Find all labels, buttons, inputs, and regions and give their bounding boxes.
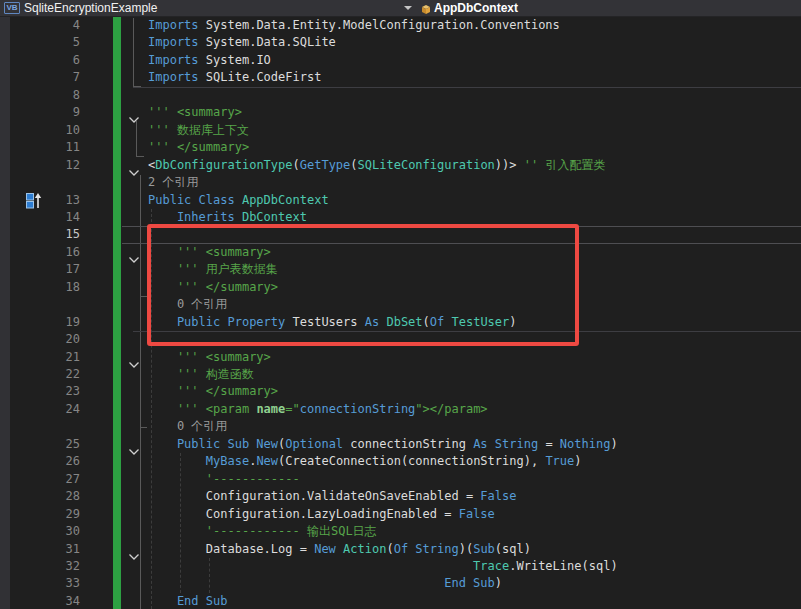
code-text: ''' 构造函数 (148, 366, 254, 383)
code-text: ''' <summary> (148, 104, 242, 121)
code-text: Imports SQLite.CodeFirst (148, 69, 321, 86)
line-number: 24 (0, 401, 80, 418)
code-text: ''' <summary> (148, 349, 271, 366)
line-number: 27 (0, 471, 80, 488)
line-number: 28 (0, 488, 80, 505)
code-text: Trace.WriteLine(sql) (148, 558, 618, 575)
line-number: 15 (0, 226, 80, 243)
line-number: 10 (0, 122, 80, 139)
line-number: 9 (0, 104, 80, 121)
code-text: Configuration.LazyLoadingEnabled = False (148, 506, 495, 523)
line-number: 21 (0, 349, 80, 366)
code-text: Public Class AppDbContext (148, 192, 329, 209)
code-line[interactable]: 30 '------------ 输出SQL日志 (0, 523, 801, 540)
vb-project-icon: VB (4, 2, 20, 14)
code-line[interactable]: 4Imports System.Data.Entity.ModelConfigu… (0, 17, 801, 34)
code-line[interactable]: 31 Database.Log = New Action(Of String)(… (0, 541, 801, 558)
code-line[interactable]: 29 Configuration.LazyLoadingEnabled = Fa… (0, 506, 801, 523)
line-number: 18 (0, 279, 80, 296)
code-text: End Sub) (148, 575, 502, 592)
code-editor[interactable]: 4Imports System.Data.Entity.ModelConfigu… (0, 17, 801, 609)
code-text: Imports System.Data.SQLite (148, 34, 336, 51)
code-line[interactable]: 22 ''' 构造函数 (0, 366, 801, 383)
line-number: 16 (0, 244, 80, 261)
collapse-chevron-icon[interactable] (128, 249, 140, 257)
codelens-references[interactable]: 2 个引用 (148, 174, 198, 191)
code-text: ''' </summary> (148, 139, 249, 156)
line-number: 31 (0, 541, 80, 558)
code-line[interactable]: 24 ''' <param name="connectionString"></… (0, 401, 801, 418)
line-number: 23 (0, 383, 80, 400)
line-number: 33 (0, 575, 80, 592)
code-line[interactable]: 32 Trace.WriteLine(sql) (0, 558, 801, 575)
code-text: <DbConfigurationType(GetType(SQLiteConfi… (148, 157, 605, 174)
code-line[interactable]: 25 Public Sub New(Optional connectionStr… (0, 436, 801, 453)
code-line[interactable]: 10''' 数据库上下文 (0, 122, 801, 139)
code-line[interactable]: 12<DbConfigurationType(GetType(SQLiteCon… (0, 157, 801, 174)
line-number: 17 (0, 261, 80, 278)
codelens-references[interactable]: 0 个引用 (177, 418, 227, 435)
line-number: 11 (0, 139, 80, 156)
member-dropdown[interactable]: AppDbContext (434, 1, 518, 16)
code-line[interactable]: 13Public Class AppDbContext (0, 192, 801, 209)
line-number: 12 (0, 157, 80, 174)
line-number: 29 (0, 506, 80, 523)
code-text: ''' 数据库上下文 (148, 122, 249, 139)
code-text: Database.Log = New Action(Of String)(Sub… (148, 541, 531, 558)
code-text: End Sub (148, 593, 227, 609)
dropdown-caret-icon[interactable] (404, 6, 412, 10)
code-line[interactable]: 21 ''' <summary> (0, 349, 801, 366)
code-text: '------------ 输出SQL日志 (148, 523, 377, 540)
code-line[interactable]: 7Imports SQLite.CodeFirst (0, 69, 801, 86)
line-number: 4 (0, 17, 80, 34)
line-number: 19 (0, 314, 80, 331)
annotation-highlight-box (147, 224, 579, 346)
collapse-chevron-icon[interactable] (128, 546, 140, 554)
collapse-chevron-icon[interactable] (128, 109, 140, 117)
line-number: 7 (0, 69, 80, 86)
code-text: ''' <param name="connectionString"></par… (148, 401, 488, 418)
code-line[interactable]: 6Imports System.IO (0, 52, 801, 69)
line-number: 6 (0, 52, 80, 69)
code-line[interactable]: 23 ''' </summary> (0, 383, 801, 400)
line-number: 25 (0, 436, 80, 453)
navigation-bar: VB SqliteEncryptionExample AppDbContext (0, 0, 801, 17)
collapse-chevron-icon[interactable] (128, 441, 140, 449)
line-number: 30 (0, 523, 80, 540)
code-text: Public Sub New(Optional connectionString… (148, 436, 618, 453)
code-line[interactable]: 9''' <summary> (0, 104, 801, 121)
project-dropdown[interactable]: SqliteEncryptionExample (24, 1, 157, 16)
line-number: 34 (0, 593, 80, 609)
line-number: 5 (0, 34, 80, 51)
codelens-row[interactable]: 2 个引用 (0, 174, 801, 191)
collapse-chevron-icon[interactable] (128, 354, 140, 362)
code-line[interactable]: 27 '------------ (0, 471, 801, 488)
code-line[interactable]: 5Imports System.Data.SQLite (0, 34, 801, 51)
code-line[interactable]: 28 Configuration.ValidateOnSaveEnabled =… (0, 488, 801, 505)
line-number: 32 (0, 558, 80, 575)
code-line[interactable]: 34 End Sub (0, 593, 801, 609)
code-text: '------------ (148, 471, 300, 488)
code-line[interactable]: 33 End Sub) (0, 575, 801, 592)
code-line[interactable]: 26 MyBase.New(CreateConnection(connectio… (0, 453, 801, 470)
line-number: 14 (0, 209, 80, 226)
line-number: 20 (0, 331, 80, 348)
collapse-chevron-icon[interactable] (128, 162, 140, 170)
code-line[interactable]: 11''' </summary> (0, 139, 801, 156)
code-text: Imports System.IO (148, 52, 271, 69)
line-number: 26 (0, 453, 80, 470)
line-number: 8 (0, 87, 80, 104)
code-text: Imports System.Data.Entity.ModelConfigur… (148, 17, 560, 34)
code-text: MyBase.New(CreateConnection(connectionSt… (148, 453, 582, 470)
codelens-row[interactable]: 0 个引用 (0, 418, 801, 435)
code-text: ''' </summary> (148, 383, 278, 400)
line-number: 22 (0, 366, 80, 383)
code-line[interactable]: 8 (0, 87, 801, 104)
code-text: Configuration.ValidateOnSaveEnabled = Fa… (148, 488, 516, 505)
